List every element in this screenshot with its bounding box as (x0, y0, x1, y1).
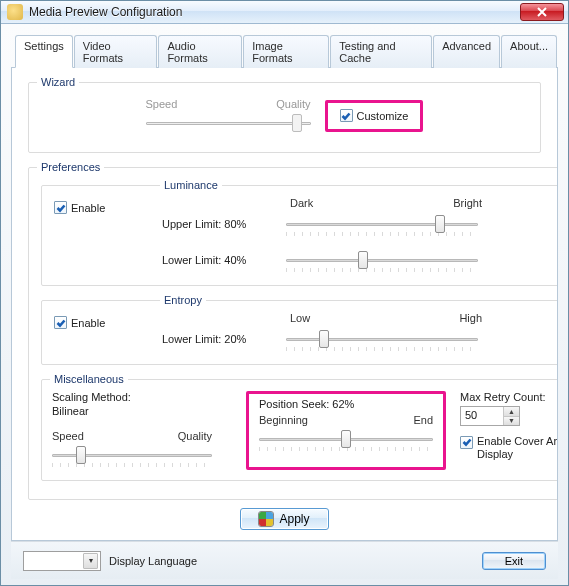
misc-group: Miscellaneous Scaling Method: Bilinear P… (41, 373, 558, 481)
display-language-combo[interactable]: ▾ (23, 551, 101, 571)
wizard-group: Wizard Speed Quality (28, 76, 541, 153)
wizard-quality-label: Quality (276, 98, 310, 110)
tab-video-formats[interactable]: Video Formats (74, 35, 158, 68)
tab-about[interactable]: About... (501, 35, 557, 68)
tab-audio-formats[interactable]: Audio Formats (158, 35, 242, 68)
position-seek-slider[interactable] (259, 428, 433, 450)
position-seek-label: Position Seek: 62% (259, 398, 433, 410)
scaling-method-label: Scaling Method: Bilinear (52, 391, 232, 426)
seek-beginning-label: Beginning (259, 414, 308, 426)
max-retry-spinner[interactable]: 50 ▲ ▼ (460, 406, 520, 426)
luminance-upper-label: Upper Limit: 80% (162, 218, 272, 230)
tab-testing-cache[interactable]: Testing and Cache (330, 35, 432, 68)
luminance-group: Luminance Enable Dark Bright Upper Limit… (41, 179, 558, 286)
app-icon (7, 4, 23, 20)
cover-art-checkbox[interactable]: Enable Cover Art Display (460, 435, 558, 461)
close-icon (537, 7, 547, 17)
spinner-up-icon[interactable]: ▲ (503, 407, 519, 416)
entropy-enable-checkbox[interactable]: Enable (54, 316, 105, 329)
apply-label: Apply (279, 512, 309, 526)
spinner-down-icon[interactable]: ▼ (503, 416, 519, 426)
max-retry-value[interactable]: 50 (461, 407, 503, 425)
customize-highlight: Customize (325, 100, 424, 132)
titlebar: Media Preview Configuration (1, 1, 568, 24)
wizard-slider[interactable] (146, 112, 311, 134)
tab-advanced[interactable]: Advanced (433, 35, 500, 68)
seek-end-label: End (413, 414, 433, 426)
footer-bar: ▾ Display Language Exit (11, 541, 558, 579)
entropy-group: Entropy Enable Low High Lower Limit: 20% (41, 294, 558, 365)
entropy-legend: Entropy (160, 294, 206, 306)
close-button[interactable] (520, 3, 564, 21)
scaling-quality-label: Quality (178, 430, 212, 442)
luminance-upper-slider[interactable] (286, 213, 478, 235)
tab-image-formats[interactable]: Image Formats (243, 35, 329, 68)
tab-settings[interactable]: Settings (15, 35, 73, 68)
wizard-legend: Wizard (37, 76, 79, 88)
exit-button[interactable]: Exit (482, 552, 546, 570)
luminance-enable-checkbox[interactable]: Enable (54, 201, 105, 214)
entropy-high-label: High (459, 312, 482, 324)
preferences-legend: Preferences (37, 161, 104, 173)
tab-strip: Settings Video Formats Audio Formats Ima… (11, 34, 558, 68)
entropy-lower-slider[interactable] (286, 328, 478, 350)
scaling-speed-label: Speed (52, 430, 84, 442)
wizard-speed-label: Speed (146, 98, 178, 110)
customize-label: Customize (357, 110, 409, 122)
luminance-lower-label: Lower Limit: 40% (162, 254, 272, 266)
config-window: Media Preview Configuration Settings Vid… (0, 0, 569, 586)
scaling-method-slider[interactable] (52, 444, 212, 466)
max-retry-label: Max Retry Count: (460, 391, 558, 403)
luminance-lower-slider[interactable] (286, 249, 478, 271)
cover-art-label: Enable Cover Art Display (477, 435, 558, 461)
luminance-enable-label: Enable (71, 202, 105, 214)
display-language-label: Display Language (109, 555, 197, 567)
entropy-lower-label: Lower Limit: 20% (162, 333, 272, 345)
settings-panel: Wizard Speed Quality (11, 68, 558, 541)
dropdown-arrow-icon: ▾ (83, 553, 98, 569)
misc-legend: Miscellaneous (50, 373, 128, 385)
luminance-dark-label: Dark (290, 197, 313, 209)
luminance-bright-label: Bright (453, 197, 482, 209)
position-seek-highlight: Position Seek: 62% Beginning End (246, 391, 446, 470)
luminance-legend: Luminance (160, 179, 222, 191)
window-body: Settings Video Formats Audio Formats Ima… (1, 24, 568, 585)
entropy-low-label: Low (290, 312, 310, 324)
preferences-group: Preferences Luminance Enable Dark Bright (28, 161, 558, 500)
apply-button[interactable]: Apply (240, 508, 328, 530)
uac-shield-icon (259, 512, 273, 526)
window-title: Media Preview Configuration (29, 5, 520, 19)
customize-checkbox[interactable]: Customize (340, 109, 409, 122)
entropy-enable-label: Enable (71, 317, 105, 329)
